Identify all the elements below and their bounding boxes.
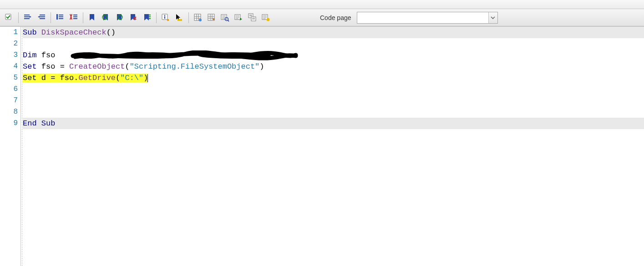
svg-point-0 — [75, 52, 102, 59]
code-line[interactable]: End Sub — [23, 118, 644, 129]
next-bookmark-button[interactable] — [113, 11, 126, 24]
grid2-button[interactable] — [205, 11, 218, 24]
chevron-down-icon — [488, 12, 497, 23]
prev-bookmark-button[interactable] — [100, 11, 112, 24]
cursor-button[interactable] — [173, 11, 186, 24]
highlight-icon — [262, 13, 271, 22]
replace-icon — [248, 13, 257, 22]
clear-bookmarks-icon — [129, 13, 138, 22]
outdent-icon — [37, 13, 46, 22]
text-caret — [147, 74, 148, 82]
line-number: 3 — [0, 50, 20, 61]
toolbar-separator — [18, 12, 19, 23]
find-button[interactable] — [219, 11, 232, 24]
info-icon — [161, 13, 170, 22]
code-line[interactable] — [23, 84, 644, 95]
grid1-icon — [193, 13, 203, 22]
line-number: 4 — [0, 61, 20, 72]
toolbar: Code page — [0, 9, 644, 26]
replace-button[interactable] — [246, 11, 259, 24]
findnext-icon — [234, 13, 243, 22]
indent-button[interactable] — [21, 11, 34, 24]
findnext-button[interactable] — [233, 11, 245, 24]
code-page-dropdown[interactable] — [357, 12, 498, 24]
validate-button[interactable] — [3, 11, 15, 24]
bookmark-button[interactable] — [86, 11, 99, 24]
redaction-scribble — [71, 50, 298, 60]
line-number: 5 — [0, 72, 20, 84]
svg-point-1 — [125, 52, 180, 59]
code-line[interactable] — [23, 95, 644, 106]
toolbar-separator — [51, 12, 51, 23]
line-number: 1 — [0, 27, 20, 38]
bookmark-icon — [88, 13, 97, 22]
code-line[interactable]: Set fso = CreateObject("Scripting.FileSy… — [23, 61, 644, 72]
comment-button[interactable] — [54, 11, 66, 24]
line-number-gutter: 123456789 — [0, 27, 20, 266]
prev-bookmark-icon — [101, 13, 111, 22]
find-icon — [221, 13, 230, 22]
validate-icon — [5, 13, 14, 22]
line-number: 6 — [0, 84, 20, 95]
indent-icon — [23, 13, 32, 22]
goto-bookmark-icon — [142, 13, 152, 22]
uncomment-button[interactable] — [67, 11, 80, 24]
goto-bookmark-button[interactable] — [141, 11, 153, 24]
toolbar-separator — [83, 12, 83, 23]
code-line[interactable]: Dim fso — [23, 50, 644, 61]
highlight-button[interactable] — [260, 11, 273, 24]
line-number: 7 — [0, 95, 20, 106]
grid2-icon — [207, 13, 216, 22]
window-top-strip — [0, 0, 644, 9]
svg-point-2 — [198, 52, 271, 59]
code-line[interactable]: Sub DiskSpaceCheck() — [23, 27, 644, 38]
grid1-button[interactable] — [192, 11, 204, 24]
outdent-button[interactable] — [35, 11, 48, 24]
clear-bookmarks-button[interactable] — [127, 11, 140, 24]
next-bookmark-icon — [115, 13, 124, 22]
code-page-label: Code page — [320, 14, 351, 21]
line-number: 2 — [0, 38, 20, 50]
code-area[interactable]: Sub DiskSpaceCheck()Dim fsoSet fso = Cre… — [21, 27, 644, 266]
line-number: 9 — [0, 118, 20, 129]
code-editor[interactable]: 123456789 Sub DiskSpaceCheck()Dim fsoSet… — [0, 26, 644, 266]
uncomment-icon — [69, 13, 78, 22]
cursor-icon — [175, 13, 184, 22]
line-number: 8 — [0, 106, 20, 118]
toolbar-separator — [188, 12, 189, 23]
code-line[interactable] — [23, 106, 644, 118]
toolbar-separator — [156, 12, 157, 23]
code-line[interactable] — [23, 38, 644, 50]
info-button[interactable] — [159, 11, 172, 24]
comment-icon — [56, 13, 65, 22]
code-line[interactable]: Set d = fso.GetDrive("C:\") — [23, 72, 644, 84]
